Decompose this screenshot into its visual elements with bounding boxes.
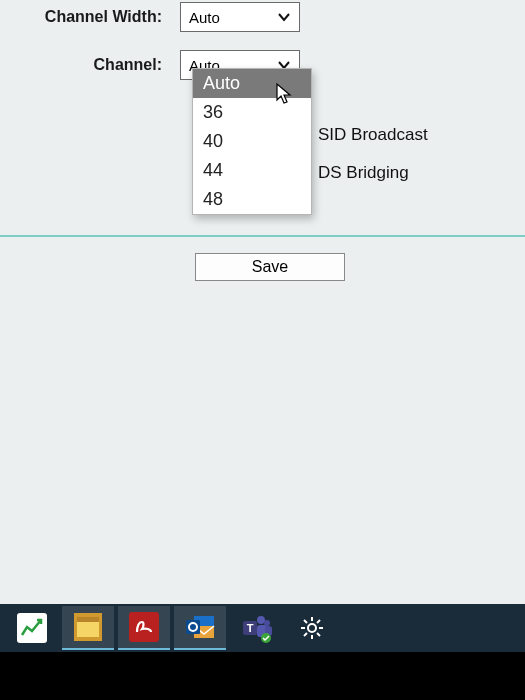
svg-rect-3 [77, 617, 99, 622]
stocks-icon[interactable] [6, 606, 58, 650]
wds-bridging-text: DS Bridging [318, 163, 409, 183]
bottom-bezel [0, 652, 525, 700]
ssid-broadcast-text: SID Broadcast [318, 125, 428, 145]
svg-line-21 [304, 620, 307, 623]
channel-width-label: Channel Width: [0, 8, 180, 26]
channel-option[interactable]: 48 [193, 185, 311, 214]
outlook-icon[interactable] [174, 606, 226, 650]
svg-line-22 [317, 633, 320, 636]
svg-point-9 [257, 616, 265, 624]
teams-icon[interactable]: T [230, 606, 282, 650]
channel-option[interactable]: 36 [193, 98, 311, 127]
taskbar: T [0, 604, 525, 652]
channel-option[interactable]: Auto [193, 69, 311, 98]
svg-point-16 [308, 624, 316, 632]
channel-width-value: Auto [189, 9, 220, 26]
sticky-notes-icon[interactable] [62, 606, 114, 650]
svg-text:T: T [247, 622, 254, 634]
channel-width-select[interactable]: Auto [180, 2, 300, 32]
svg-line-23 [304, 633, 307, 636]
channel-option[interactable]: 40 [193, 127, 311, 156]
settings-icon[interactable] [286, 606, 338, 650]
adobe-reader-icon[interactable] [118, 606, 170, 650]
channel-label: Channel: [0, 56, 180, 74]
channel-option[interactable]: 44 [193, 156, 311, 185]
svg-line-24 [317, 620, 320, 623]
svg-point-10 [264, 620, 270, 626]
divider [0, 235, 525, 237]
chevron-down-icon [277, 12, 291, 22]
channel-dropdown[interactable]: Auto36404448 [192, 68, 312, 215]
svg-rect-0 [17, 613, 47, 643]
save-button[interactable]: Save [195, 253, 345, 281]
